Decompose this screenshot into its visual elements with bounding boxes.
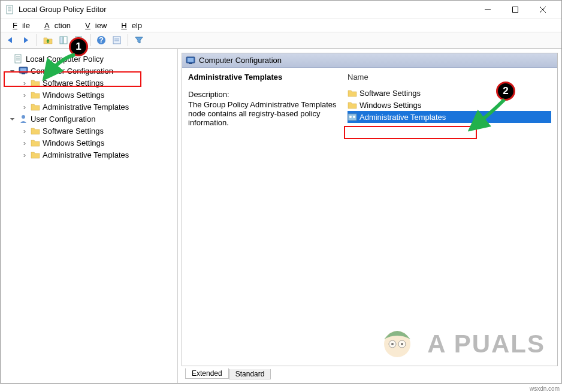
expand-icon[interactable] bbox=[9, 116, 16, 122]
menu-view[interactable]: View bbox=[75, 20, 111, 31]
tree-cc-windows[interactable]: Windows Settings bbox=[2, 89, 176, 101]
tree-computer-configuration[interactable]: Computer Configuration bbox=[2, 65, 176, 77]
minimize-button[interactable] bbox=[474, 1, 501, 19]
mascot-icon bbox=[376, 320, 418, 362]
app-window: Local Group Policy Editor File Action Vi… bbox=[0, 0, 562, 384]
menu-help[interactable]: Help bbox=[111, 20, 147, 31]
expand-icon[interactable] bbox=[21, 150, 28, 159]
list-item-software[interactable]: Software Settings bbox=[348, 87, 551, 99]
properties-button[interactable] bbox=[110, 34, 124, 47]
back-button[interactable] bbox=[3, 34, 17, 47]
up-button[interactable] bbox=[41, 34, 55, 47]
folder-icon bbox=[31, 138, 40, 147]
admin-templates-icon bbox=[348, 112, 357, 122]
tree-uc-windows[interactable]: Windows Settings bbox=[2, 137, 176, 149]
section-title: Administrative Templates bbox=[188, 73, 338, 82]
tree-user-configuration[interactable]: User Configuration bbox=[2, 113, 176, 125]
tree-pane[interactable]: Local Computer Policy Computer Configura… bbox=[1, 49, 178, 383]
menu-file[interactable]: File bbox=[3, 20, 35, 31]
window-title: Local Group Policy Editor bbox=[19, 5, 474, 14]
expand-icon[interactable] bbox=[9, 68, 16, 74]
svg-text:?: ? bbox=[99, 35, 104, 44]
description-label: Description: bbox=[188, 90, 338, 99]
expand-icon[interactable] bbox=[21, 102, 28, 111]
tree-uc-software[interactable]: Software Settings bbox=[2, 125, 176, 137]
folder-icon bbox=[31, 102, 40, 111]
titlebar[interactable]: Local Group Policy Editor bbox=[1, 1, 561, 19]
name-column: Name Software Settings Windows Settings … bbox=[348, 73, 551, 361]
close-button[interactable] bbox=[529, 1, 557, 19]
menubar: File Action View Help bbox=[1, 19, 561, 32]
details-header: Computer Configuration bbox=[182, 53, 557, 68]
svg-rect-23 bbox=[113, 37, 120, 44]
svg-rect-18 bbox=[60, 37, 63, 44]
name-header[interactable]: Name bbox=[348, 73, 551, 83]
tab-extended[interactable]: Extended bbox=[185, 368, 229, 379]
folder-icon bbox=[31, 126, 40, 135]
folder-icon bbox=[31, 90, 40, 99]
svg-rect-15 bbox=[513, 7, 518, 12]
expand-icon[interactable] bbox=[21, 138, 28, 147]
expand-icon[interactable] bbox=[21, 126, 28, 135]
expand-icon[interactable] bbox=[21, 91, 28, 99]
annotation-badge-1: 1 bbox=[69, 37, 88, 56]
expand-icon[interactable] bbox=[21, 79, 28, 88]
maximize-button[interactable] bbox=[501, 1, 529, 19]
tab-standard[interactable]: Standard bbox=[229, 369, 271, 379]
description-column: Administrative Templates Description: Th… bbox=[188, 73, 338, 361]
folder-icon bbox=[348, 100, 357, 110]
monitor-icon bbox=[186, 56, 195, 65]
list-item-windows[interactable]: Windows Settings bbox=[348, 99, 551, 111]
list-item-admin-templates[interactable]: Administrative Templates bbox=[348, 111, 551, 123]
tree-uc-admin[interactable]: Administrative Templates bbox=[2, 149, 176, 161]
annotation-badge-2: 2 bbox=[496, 82, 515, 101]
folder-icon bbox=[31, 78, 40, 88]
folder-icon bbox=[31, 150, 40, 159]
help-button[interactable]: ? bbox=[94, 34, 108, 47]
folder-icon bbox=[348, 88, 357, 98]
tab-strip: Extended Standard bbox=[182, 366, 558, 379]
tree-root[interactable]: Local Computer Policy bbox=[2, 53, 176, 65]
description-text: The Group Policy Administrative Template… bbox=[188, 100, 338, 127]
user-icon bbox=[19, 114, 28, 123]
tree-cc-software[interactable]: Software Settings bbox=[2, 77, 176, 89]
monitor-icon bbox=[19, 66, 28, 76]
source-credit: wsxdn.com bbox=[530, 385, 560, 392]
svg-rect-19 bbox=[64, 37, 67, 44]
svg-point-29 bbox=[391, 343, 394, 345]
app-icon bbox=[5, 5, 15, 14]
watermark: A PUALS bbox=[427, 330, 545, 358]
svg-point-30 bbox=[401, 343, 403, 345]
doc-icon bbox=[14, 54, 23, 64]
menu-action[interactable]: Action bbox=[35, 20, 75, 31]
tree-cc-admin[interactable]: Administrative Templates bbox=[2, 101, 176, 113]
filter-button[interactable] bbox=[132, 34, 146, 47]
forward-button[interactable] bbox=[19, 34, 33, 47]
content-area: Local Computer Policy Computer Configura… bbox=[1, 49, 561, 383]
